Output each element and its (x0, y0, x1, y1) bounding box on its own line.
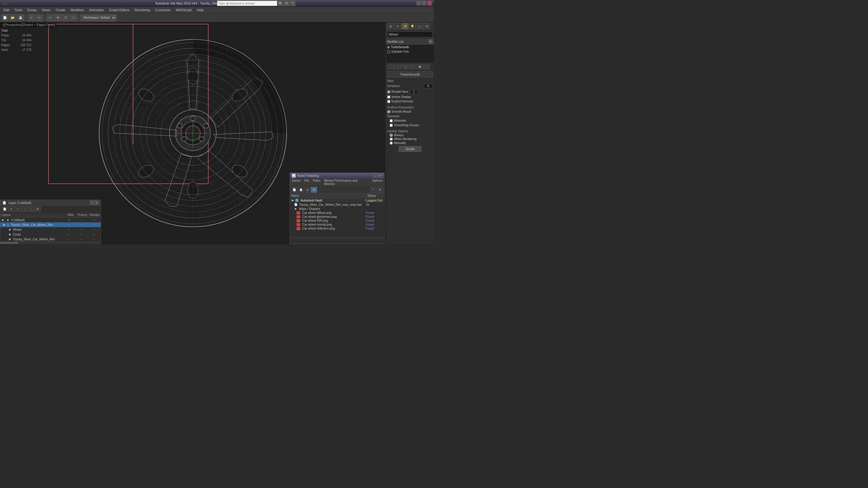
asset-row-reflection[interactable]: Car wheel reflection.png Found (290, 227, 384, 230)
help-icon[interactable]: ? (290, 1, 296, 6)
menu-item-views[interactable]: Views (39, 7, 53, 13)
command-panel-icon-5[interactable]: 🎥 (416, 23, 423, 29)
asset-tool-4[interactable]: ⊞ (311, 187, 317, 193)
asset-menu-options[interactable]: Options (370, 178, 384, 186)
ts-isoline-checkbox[interactable] (387, 96, 390, 98)
workspace-select[interactable]: Workspace: Default (81, 14, 116, 21)
asset-row-diffuse[interactable]: Car wheel diffuse.png Found (290, 211, 384, 215)
save-btn[interactable]: 💾 (17, 14, 24, 22)
asset-tool-help[interactable]: ? (370, 187, 376, 193)
ts-separate-label: Separate (387, 114, 433, 119)
layers-tool-6[interactable]: ⚙ (35, 206, 41, 212)
asset-row-vault[interactable]: ▶ Autodesk Vault Logged Out (290, 198, 384, 202)
ts-manually-radio[interactable] (390, 141, 393, 144)
layers-question-btn[interactable]: ? (90, 201, 94, 205)
layers-scroll-thumb[interactable] (0, 242, 19, 244)
modifier-editable-poly[interactable]: ▢ Editable Poly (386, 50, 434, 54)
modifier-turbosmooth[interactable]: TurboSmooth (386, 45, 434, 50)
ts-render-iters-checkbox[interactable] (387, 90, 390, 93)
menu-item-rendering[interactable]: Rendering (132, 7, 153, 13)
asset-tool-1[interactable]: 📄 (291, 187, 297, 193)
menu-item-modifiers[interactable]: Modifiers (68, 7, 87, 13)
search-config-icon[interactable]: ⚙ (284, 1, 289, 6)
layer-row-default[interactable]: ▶ ◉ 0 (default) ☑ — — (0, 218, 101, 222)
layers-close-btn[interactable]: ✕ (95, 201, 99, 205)
layer-row-rim2[interactable]: ◆ Toyota_Silver_Car_Wheel_Rim — — — (0, 237, 101, 241)
asset-menu-paths[interactable]: Paths (311, 178, 322, 186)
menu-item-edit[interactable]: Edit (1, 7, 12, 13)
menu-item-help[interactable]: Help (194, 7, 206, 13)
layers-tool-2[interactable]: ✕ (8, 206, 14, 212)
command-panel-icon-6[interactable]: ⚙ (424, 23, 430, 29)
layer-row-rim[interactable]: ▶ ◻ Toyota_Silver_Car_Wheel_Rim — — □ (0, 222, 101, 227)
ts-render-iters-input[interactable] (410, 90, 418, 94)
command-panel-icon-2[interactable]: ✏ (395, 23, 401, 29)
toolbar-sep-3 (79, 14, 80, 22)
ts-explicit-checkbox[interactable] (387, 100, 390, 103)
menu-item-customize[interactable]: Customize (153, 7, 173, 13)
ts-smoothgroups-checkbox[interactable] (390, 124, 393, 127)
layers-scrollbar-h[interactable] (0, 241, 101, 244)
layers-tool-4[interactable]: ↓ (22, 206, 27, 212)
border-icon[interactable]: ◻ (402, 64, 408, 69)
undo-btn[interactable]: ↩ (28, 14, 35, 22)
asset-tool-config[interactable]: ⚙ (377, 187, 383, 193)
menu-item-animation[interactable]: Animation (87, 7, 106, 13)
layers-tool-3[interactable]: + (15, 206, 21, 212)
object-name-input[interactable] (387, 31, 433, 37)
menu-item-maxscript[interactable]: MAXScript (174, 7, 194, 13)
rotate-btn[interactable]: ↻ (62, 14, 69, 22)
layer-row-cover[interactable]: ◆ Cover — — — (0, 232, 101, 237)
asset-menu-bitmap[interactable]: Bitmap Performance and Memory (322, 178, 370, 186)
redo-btn[interactable]: ↪ (36, 14, 43, 22)
ts-always-radio[interactable] (390, 134, 393, 137)
svg-point-16 (204, 124, 209, 128)
layers-tool-5[interactable]: ↑ (28, 206, 34, 212)
select-btn[interactable]: ↖ (46, 14, 54, 22)
layer-cell-c2: — (75, 233, 87, 236)
asset-menu-server[interactable]: Server (290, 178, 302, 186)
menu-item-tools[interactable]: Tools (12, 7, 25, 13)
search-input[interactable] (217, 1, 277, 6)
edge-icon[interactable]: / (395, 64, 401, 69)
turbosmooth-title: TurboSmooth (387, 71, 433, 77)
command-panel-icon-4[interactable]: 💡 (409, 23, 415, 29)
ts-rendering-radio[interactable] (390, 138, 393, 141)
element-icon[interactable]: ◼ (416, 64, 423, 69)
asset-close-btn[interactable]: ✕ (378, 173, 382, 178)
more-icon[interactable]: ⋯ (424, 64, 430, 69)
ior-status: Found (366, 219, 384, 222)
ts-iterations-input[interactable] (424, 84, 433, 88)
layer-row-wheel[interactable]: ◆ Wheel — — — (0, 227, 101, 232)
menu-item-group[interactable]: Group (25, 7, 39, 13)
ts-materials-checkbox[interactable] (390, 119, 393, 122)
modifier-list-dropdown[interactable]: ▼ (429, 39, 433, 44)
asset-menu-file[interactable]: File (302, 178, 311, 186)
polygon-icon[interactable]: ▪ (409, 64, 415, 69)
asset-row-maps[interactable]: ▶ Maps / Shaders (290, 207, 384, 211)
menu-item-create[interactable]: Create (53, 7, 68, 13)
layers-tool-1[interactable]: 📄 (1, 206, 7, 212)
ts-update-button[interactable]: Update (399, 146, 421, 152)
asset-tool-3[interactable]: 🗂 (304, 187, 310, 193)
asset-scrollbar-h[interactable] (290, 237, 384, 239)
new-btn[interactable]: 📄 (1, 14, 8, 22)
asset-tool-2[interactable]: 📋 (298, 187, 304, 193)
menu-item-graph-editors[interactable]: Graph Editors (107, 7, 132, 13)
asset-row-mainfile[interactable]: 📄 Toyota_Silver_Car_Wheel_Rim_max_vray.m… (290, 202, 384, 207)
search-icon[interactable]: 🔍 (278, 1, 283, 6)
open-btn[interactable]: 📂 (9, 14, 16, 22)
move-btn[interactable]: ✥ (54, 14, 61, 22)
vertex-icon[interactable]: · (387, 64, 394, 69)
minimize-button[interactable]: ─ (416, 1, 421, 5)
asset-restore-btn[interactable]: □ (373, 173, 377, 178)
command-panel-icon-3[interactable]: ⚒ (402, 23, 408, 29)
ts-smooth-checkbox[interactable] (387, 110, 390, 113)
scale-btn[interactable]: ⤡ (70, 14, 77, 22)
close-button[interactable]: ✕ (427, 1, 432, 5)
asset-row-gloss[interactable]: Car wheel glossiness.png Found (290, 215, 384, 219)
maximize-button[interactable]: □ (422, 1, 426, 5)
asset-row-ior[interactable]: Car wheel IOR.png Found (290, 219, 384, 223)
asset-row-normal[interactable]: Car wheel normal.png Found (290, 223, 384, 227)
command-panel-icon-1[interactable]: ⊕ (387, 23, 394, 29)
